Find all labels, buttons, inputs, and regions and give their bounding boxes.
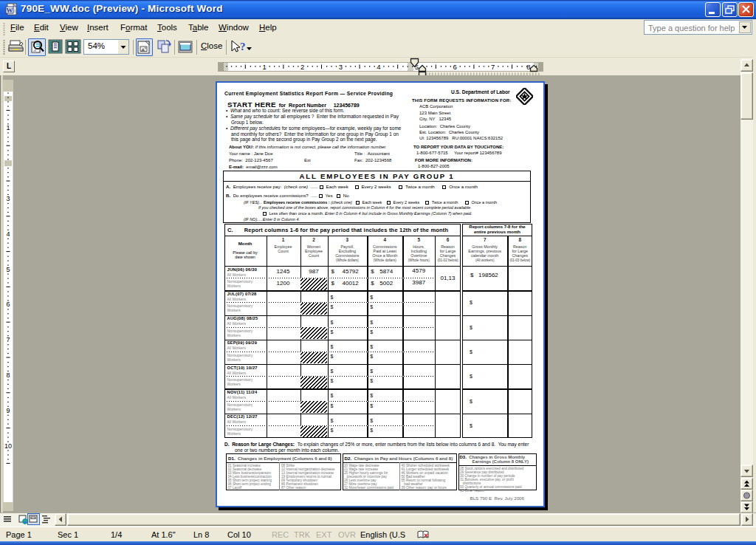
svg-text:3: 3 [339,63,343,71]
svg-text:1: 1 [6,124,10,131]
svg-text:10: 10 [4,442,12,450]
svg-text:1: 1 [262,63,266,71]
svg-text:W: W [7,7,13,14]
svg-text:?: ? [240,41,246,52]
svg-text:5: 5 [6,266,10,273]
svg-text:9: 9 [6,407,10,414]
svg-text:6: 6 [6,301,10,308]
svg-text:2: 2 [300,63,304,71]
svg-text:8: 8 [526,63,530,71]
svg-text:7: 7 [6,336,10,343]
svg-text:8: 8 [6,371,10,379]
svg-text:6: 6 [453,63,456,71]
svg-text:7: 7 [491,63,495,71]
svg-text:4: 4 [377,63,380,71]
svg-text:4: 4 [6,230,10,238]
svg-text:3: 3 [6,195,10,202]
